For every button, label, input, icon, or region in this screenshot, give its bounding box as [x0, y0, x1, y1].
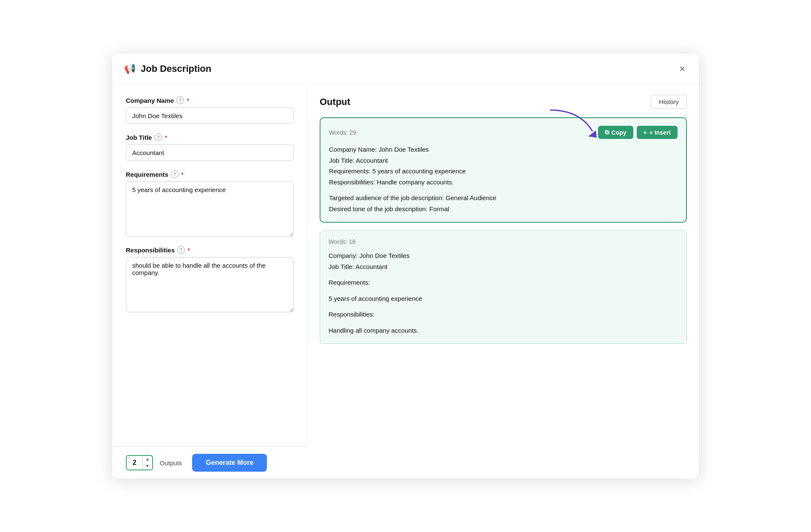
- generate-more-button[interactable]: Generate More: [192, 454, 267, 472]
- megaphone-icon: 📢: [124, 63, 136, 74]
- history-button[interactable]: History: [651, 95, 687, 109]
- right-panel: Output History Words: 29 ⧉ Copy: [308, 85, 699, 478]
- responsibilities-help-icon[interactable]: ?: [177, 246, 185, 254]
- outputs-label: Outputs: [160, 459, 182, 467]
- close-button[interactable]: ×: [678, 62, 687, 76]
- copy-icon-1: ⧉: [605, 129, 609, 136]
- company-name-required: *: [187, 97, 189, 104]
- requirements-input[interactable]: 5 years of accounting experience: [126, 181, 294, 237]
- card-2-content: Company: John Doe Textiles Job Title: Ac…: [329, 250, 678, 336]
- left-bottom-bar: 2 ▲ ▼ Outputs Generate More: [112, 447, 308, 478]
- stepper-up-button[interactable]: ▲: [143, 456, 152, 463]
- outputs-stepper[interactable]: 2 ▲ ▼: [126, 455, 153, 470]
- output-header: Output History: [320, 95, 687, 109]
- modal-title: Job Description: [141, 63, 211, 74]
- responsibilities-group: Responsibilities ? * should be able to h…: [126, 246, 294, 312]
- card-1-actions: ⧉ Copy + + Insert: [598, 126, 678, 139]
- card-1-content: Company Name: John Doe Textiles Job Titl…: [329, 144, 678, 214]
- requirements-help-icon[interactable]: ?: [171, 170, 179, 178]
- card-2-word-count: Words: 16: [329, 238, 356, 245]
- stepper-down-button[interactable]: ▼: [143, 463, 152, 470]
- responsibilities-label: Responsibilities ? *: [126, 246, 294, 254]
- output-card-2: Words: 16 Company: John Doe Textiles Job…: [320, 230, 687, 344]
- card-1-top-row: Words: 29 ⧉ Copy + + Insert: [329, 126, 678, 139]
- company-name-group: Company Name ? *: [126, 96, 294, 124]
- title-row: 📢 Job Description: [124, 63, 211, 74]
- requirements-label: Requirements ? *: [126, 170, 294, 178]
- output-card-1: Words: 29 ⧉ Copy + + Insert Company Name…: [320, 117, 687, 223]
- modal-header: 📢 Job Description ×: [112, 54, 699, 85]
- left-panel: Company Name ? * Job Title ? * Requireme…: [112, 85, 308, 478]
- job-title-label: Job Title ? *: [126, 133, 294, 141]
- responsibilities-input[interactable]: should be able to handle all the account…: [126, 257, 294, 312]
- job-title-required: *: [164, 134, 167, 141]
- company-name-label: Company Name ? *: [126, 96, 294, 104]
- job-title-group: Job Title ? *: [126, 133, 294, 161]
- plus-icon-1: +: [644, 129, 647, 136]
- modal: 📢 Job Description × Company Name ? * Job…: [112, 54, 699, 478]
- responsibilities-required: *: [187, 246, 190, 254]
- insert-button-1[interactable]: + + Insert: [637, 126, 678, 139]
- requirements-required: *: [181, 171, 184, 178]
- copy-button-1[interactable]: ⧉ Copy: [598, 126, 633, 139]
- company-name-help-icon[interactable]: ?: [176, 96, 184, 104]
- output-title: Output: [320, 96, 350, 108]
- card-2-top-row: Words: 16: [329, 238, 678, 245]
- company-name-input[interactable]: [126, 108, 294, 124]
- modal-body: Company Name ? * Job Title ? * Requireme…: [112, 85, 699, 478]
- stepper-arrows: ▲ ▼: [142, 456, 152, 470]
- stepper-value: 2: [127, 456, 142, 469]
- card-1-word-count: Words: 29: [329, 129, 356, 136]
- job-title-help-icon[interactable]: ?: [154, 133, 162, 141]
- requirements-group: Requirements ? * 5 years of accounting e…: [126, 170, 294, 237]
- job-title-input[interactable]: [126, 144, 294, 161]
